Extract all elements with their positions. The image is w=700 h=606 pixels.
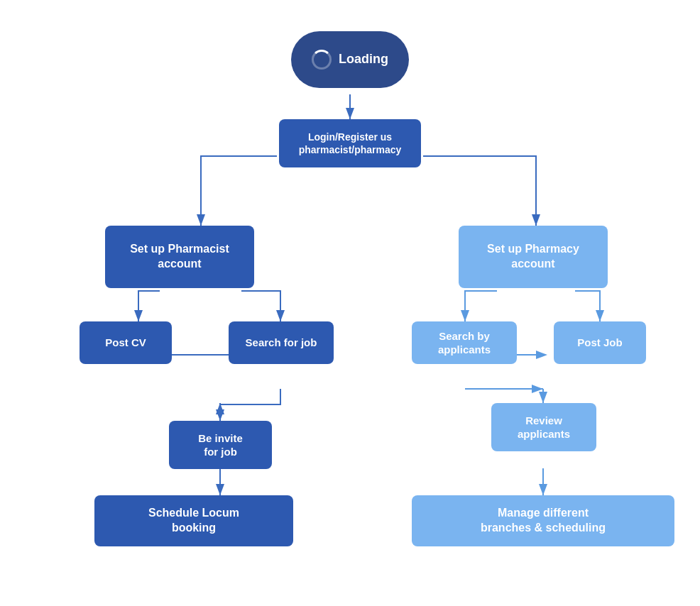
setup-pharmacy-node: Set up Pharmacyaccount [459,226,608,288]
review-applicants-label: Reviewapplicants [518,414,570,441]
setup-pharmacist-node: Set up Pharmacistaccount [105,226,254,288]
post-job-node: Post Job [554,321,646,364]
review-applicants-node: Reviewapplicants [491,403,596,451]
login-node: Login/Register uspharmacist/pharmacy [279,119,421,167]
search-for-job-label: Search for job [246,336,317,350]
flowchart-diagram: Loading Login/Register uspharmacist/phar… [0,0,700,606]
be-invite-node: Be invitefor job [169,421,272,469]
be-invite-label: Be invitefor job [198,431,243,459]
post-cv-label: Post CV [105,336,146,350]
search-for-job-node: Search for job [229,321,334,364]
spinner-icon [312,50,332,70]
loading-node: Loading [291,31,409,88]
setup-pharmacy-label: Set up Pharmacyaccount [487,242,579,272]
loading-label: Loading [339,51,388,67]
search-by-applicants-node: Search byapplicants [412,321,517,364]
manage-branches-label: Manage differentbranches & scheduling [481,506,606,536]
search-by-applicants-label: Search byapplicants [438,329,491,357]
post-job-label: Post Job [577,336,622,350]
post-cv-node: Post CV [80,321,172,364]
login-label: Login/Register uspharmacist/pharmacy [299,131,402,156]
schedule-locum-node: Schedule Locumbooking [94,495,293,546]
schedule-locum-label: Schedule Locumbooking [148,506,239,536]
manage-branches-node: Manage differentbranches & scheduling [412,495,674,546]
setup-pharmacist-label: Set up Pharmacistaccount [130,242,229,272]
